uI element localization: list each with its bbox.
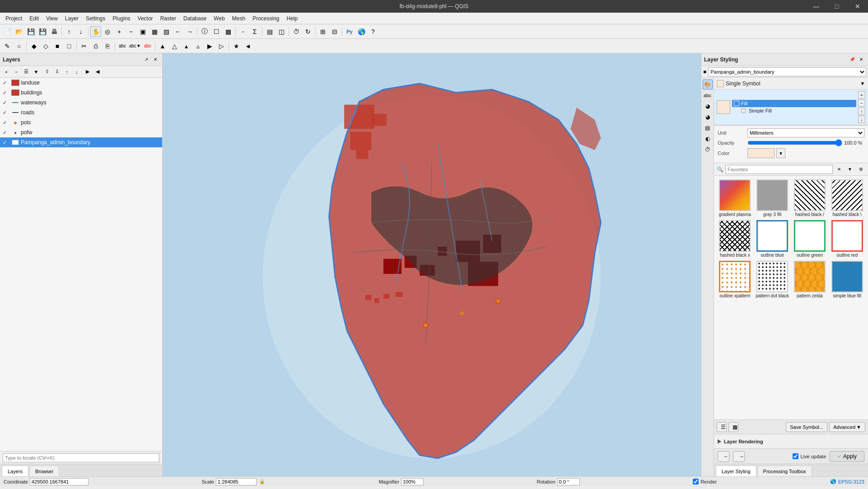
fav-outline-green[interactable]: outline green bbox=[793, 220, 827, 258]
layer-rendering-section[interactable]: Layer Rendering bbox=[714, 434, 868, 448]
styling-icon-rendering[interactable]: ◐ bbox=[703, 134, 713, 144]
copy-button[interactable]: ⎙ bbox=[90, 41, 101, 52]
fav-pattern-dot-black[interactable]: pattern dot black bbox=[755, 261, 790, 299]
layers-add-button[interactable]: ↗ bbox=[142, 56, 150, 64]
zoom-in-button[interactable]: + bbox=[114, 26, 125, 37]
symbol-tree-simple-fill[interactable]: Simple Fill bbox=[732, 107, 856, 114]
refresh-button[interactable]: ↻ bbox=[303, 26, 313, 37]
redo-style-button[interactable]: → bbox=[733, 451, 745, 462]
layer-up2-button[interactable]: ↑ bbox=[62, 67, 71, 76]
list-view-button[interactable]: ☰ bbox=[717, 422, 727, 432]
add-layer-button[interactable]: + bbox=[2, 67, 11, 76]
menu-raster[interactable]: Raster bbox=[157, 14, 180, 23]
time-button[interactable]: ⏱ bbox=[291, 26, 302, 37]
favorites-options-button[interactable]: ▼ bbox=[845, 165, 854, 174]
digitize-pencil[interactable]: ✎ bbox=[2, 41, 13, 52]
grass-button[interactable]: ◄ bbox=[243, 41, 253, 52]
snap2-button[interactable]: △ bbox=[169, 41, 180, 52]
layer-check-admin[interactable]: ✓ bbox=[3, 140, 10, 146]
print-button[interactable]: 🖶 bbox=[49, 26, 60, 37]
tab-browser[interactable]: Browser bbox=[29, 465, 59, 476]
zoom-out-button[interactable]: − bbox=[126, 26, 136, 37]
menu-layer[interactable]: Layer bbox=[61, 14, 82, 23]
fav-outline-red[interactable]: outline red bbox=[830, 220, 864, 258]
snap4-button[interactable]: ▵ bbox=[192, 41, 203, 52]
digitize-1[interactable]: ◆ bbox=[28, 41, 39, 52]
fav-outline-blue[interactable]: outline blue bbox=[755, 220, 790, 258]
fav-hashed-black-bk[interactable]: hashed black \ bbox=[830, 179, 864, 217]
layers-close-button[interactable]: ✕ bbox=[151, 56, 159, 64]
georef-button[interactable]: ★ bbox=[231, 41, 242, 52]
fav-pattern-zelda[interactable]: pattern zelda bbox=[793, 261, 827, 299]
remove-layer-button[interactable]: − bbox=[12, 67, 21, 76]
digitize-2[interactable]: ◇ bbox=[40, 41, 51, 52]
styling-icon-paint[interactable]: 🎨 bbox=[703, 80, 713, 89]
locate-input[interactable] bbox=[3, 453, 159, 462]
fav-gray-3-fill[interactable]: gray 3 fill bbox=[755, 179, 790, 217]
coordinate-input[interactable] bbox=[30, 478, 89, 485]
rotation-input[interactable] bbox=[557, 478, 580, 485]
undo-button[interactable]: ↑ bbox=[64, 26, 75, 37]
save-symbol-button[interactable]: Save Symbol... bbox=[786, 422, 827, 432]
minimize-button[interactable]: — bbox=[806, 0, 826, 13]
epsg-value[interactable]: EPSG:3123 bbox=[838, 479, 864, 484]
filter-button[interactable]: ▼ bbox=[32, 67, 41, 76]
menu-web[interactable]: Web bbox=[210, 14, 228, 23]
live-update-checkbox[interactable] bbox=[793, 453, 798, 459]
cut-button[interactable]: ✂ bbox=[79, 41, 89, 52]
menu-view[interactable]: View bbox=[42, 14, 61, 23]
redo-button[interactable]: ↓ bbox=[75, 26, 86, 37]
digitize-node[interactable]: ○ bbox=[14, 41, 24, 52]
label2-button[interactable]: abc▼ bbox=[129, 41, 141, 52]
opacity-slider[interactable] bbox=[747, 139, 842, 146]
tab-processing-toolbox[interactable]: Processing Toolbox bbox=[757, 465, 812, 476]
help-button[interactable]: ? bbox=[368, 26, 378, 37]
maximize-button[interactable]: □ bbox=[826, 0, 847, 13]
tile-button[interactable]: ⊞ bbox=[317, 26, 328, 37]
menu-vector[interactable]: Vector bbox=[134, 14, 157, 23]
fav-gradient-plasma[interactable]: gradient plasma bbox=[718, 179, 752, 217]
favorites-settings-button[interactable]: ⚙ bbox=[856, 165, 865, 174]
tab-layers[interactable]: Layers bbox=[2, 465, 28, 476]
new-project-button[interactable]: 📄 bbox=[2, 26, 13, 37]
python-button[interactable]: Py bbox=[344, 26, 355, 37]
layer-down2-button[interactable]: ↓ bbox=[72, 67, 81, 76]
favorites-clear-button[interactable]: ✕ bbox=[835, 165, 844, 174]
move-down-button[interactable]: ⇩ bbox=[52, 67, 61, 76]
layer-check-landuse[interactable]: ✓ bbox=[3, 80, 10, 86]
paste-button[interactable]: ⎘ bbox=[102, 41, 113, 52]
style-dropdown-icon[interactable]: ▼ bbox=[860, 80, 865, 87]
select-region-button[interactable]: ▩ bbox=[223, 26, 233, 37]
add-symbol-button[interactable]: + bbox=[858, 91, 865, 99]
advanced-button[interactable]: Advanced ▼ bbox=[829, 422, 865, 432]
collapse-all-button[interactable]: ◀ bbox=[93, 67, 102, 76]
layer-item-waterways[interactable]: ✓ waterways bbox=[0, 98, 162, 108]
symbol-down-button[interactable]: ↓ bbox=[858, 116, 865, 123]
scale-input[interactable] bbox=[216, 478, 257, 485]
menu-mesh[interactable]: Mesh bbox=[229, 14, 249, 23]
snap6-button[interactable]: ▷ bbox=[216, 41, 227, 52]
layer-check-roads[interactable]: ✓ bbox=[3, 110, 10, 116]
snap5-button[interactable]: ▶ bbox=[204, 41, 215, 52]
unit-select[interactable]: Millimeters Pixels Points bbox=[747, 128, 864, 137]
layer-item-pofw[interactable]: ✓ ● pofw bbox=[0, 127, 162, 137]
pan-button[interactable]: ✋ bbox=[90, 26, 101, 37]
field-calc-button[interactable]: ▤ bbox=[264, 26, 275, 37]
open-button[interactable]: 📂 bbox=[14, 26, 24, 37]
remove-symbol-button[interactable]: − bbox=[858, 99, 865, 107]
menu-settings[interactable]: Settings bbox=[82, 14, 109, 23]
layer-item-buildings[interactable]: ✓ buildings bbox=[0, 88, 162, 98]
layer-select-dropdown[interactable]: Pampanga_admin_boundary bbox=[708, 67, 866, 76]
attribute-table-button[interactable]: ◫ bbox=[276, 26, 287, 37]
zoom-prev-button[interactable]: ← bbox=[173, 26, 183, 37]
measure-button[interactable]: ‐ bbox=[238, 26, 248, 37]
scale-lock-button[interactable]: 🔒 bbox=[258, 478, 266, 485]
styling-close-button[interactable]: ✕ bbox=[857, 56, 865, 64]
grid-view-button[interactable]: ▦ bbox=[728, 422, 738, 432]
styling-icon-label[interactable]: abc bbox=[703, 90, 713, 100]
globe-button[interactable]: 🌎 bbox=[356, 26, 367, 37]
styling-icon-diagram[interactable]: ◕ bbox=[703, 112, 713, 122]
snap3-button[interactable]: ▴ bbox=[181, 41, 191, 52]
tab-layer-styling[interactable]: Layer Styling bbox=[716, 465, 756, 476]
zoom-next-button[interactable]: → bbox=[184, 26, 195, 37]
